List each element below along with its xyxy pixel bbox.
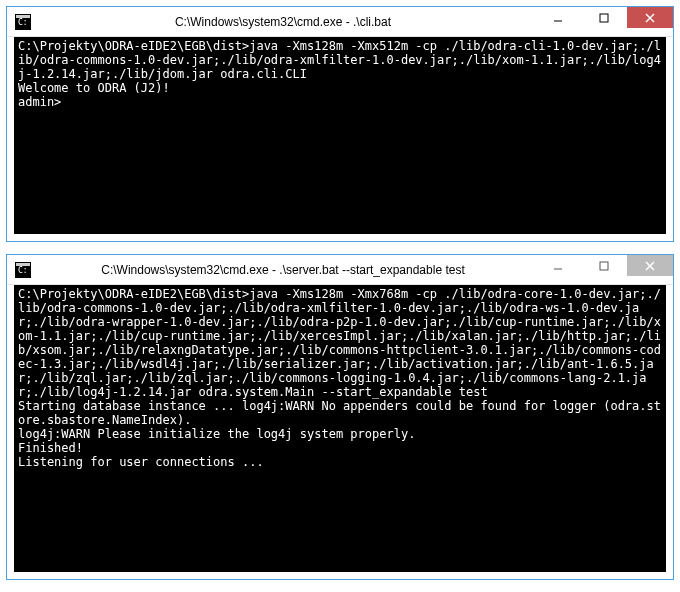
cmd-window-cli: C: C:\Windows\system32\cmd.exe - .\cli.b… [6,6,674,242]
minimize-button[interactable] [535,7,581,28]
cmd-icon: C: [15,262,31,278]
terminal-output[interactable]: C:\Projekty\ODRA-eIDE2\EGB\dist>java -Xm… [14,285,666,572]
window-title: C:\Windows\system32\cmd.exe - .\server.b… [31,263,535,277]
cmd-window-server: C: C:\Windows\system32\cmd.exe - .\serve… [6,254,674,580]
svg-rect-4 [600,14,608,22]
terminal-output[interactable]: C:\Projekty\ODRA-eIDE2\EGB\dist>java -Xm… [14,37,666,234]
titlebar[interactable]: C: C:\Windows\system32\cmd.exe - .\serve… [7,255,673,285]
close-button[interactable] [627,7,673,28]
titlebar[interactable]: C: C:\Windows\system32\cmd.exe - .\cli.b… [7,7,673,37]
svg-rect-11 [600,262,608,270]
cmd-icon: C: [15,14,31,30]
window-controls [535,7,673,29]
close-button[interactable] [627,255,673,276]
svg-text:C:: C: [18,266,28,275]
window-controls [535,255,673,277]
window-title: C:\Windows\system32\cmd.exe - .\cli.bat [31,15,535,29]
minimize-button[interactable] [535,255,581,276]
svg-text:C:: C: [18,18,28,27]
maximize-button[interactable] [581,7,627,28]
maximize-button[interactable] [581,255,627,276]
